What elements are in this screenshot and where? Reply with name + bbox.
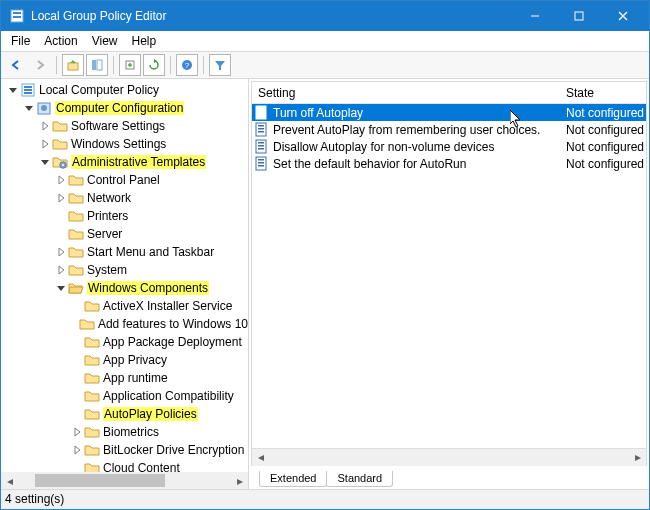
tree-item-label: Printers bbox=[87, 207, 128, 225]
title-bar[interactable]: Local Group Policy Editor bbox=[1, 1, 649, 31]
help-button[interactable]: ? bbox=[176, 54, 198, 76]
scroll-left-icon[interactable]: ◂ bbox=[252, 449, 269, 466]
menu-action[interactable]: Action bbox=[38, 33, 83, 49]
menu-view[interactable]: View bbox=[86, 33, 124, 49]
toolbar-separator bbox=[170, 56, 171, 74]
collapse-icon[interactable] bbox=[23, 102, 35, 114]
back-button[interactable] bbox=[5, 54, 27, 76]
folder-icon bbox=[68, 280, 84, 296]
tabs-row: Extended Standard bbox=[251, 465, 647, 487]
tree-item-label: AutoPlay Policies bbox=[103, 405, 198, 423]
svg-rect-8 bbox=[92, 60, 96, 70]
setting-name: Disallow Autoplay for non-volume devices bbox=[273, 140, 566, 154]
menu-help[interactable]: Help bbox=[126, 33, 163, 49]
column-state[interactable]: State bbox=[566, 86, 646, 100]
svg-rect-31 bbox=[258, 145, 264, 147]
tree-software-settings[interactable]: Software Settings bbox=[3, 117, 248, 135]
expand-icon[interactable] bbox=[55, 246, 67, 258]
tree-item-label: BitLocker Drive Encryption bbox=[103, 441, 244, 459]
up-button[interactable] bbox=[62, 54, 84, 76]
tree-administrative-templates[interactable]: Administrative Templates bbox=[3, 153, 248, 171]
setting-row[interactable]: Prevent AutoPlay from remembering user c… bbox=[252, 121, 646, 138]
expand-icon[interactable] bbox=[39, 120, 51, 132]
tree-item[interactable]: AutoPlay Policies bbox=[3, 405, 248, 423]
status-bar: 4 setting(s) bbox=[1, 489, 649, 509]
tab-standard[interactable]: Standard bbox=[326, 471, 393, 487]
expand-icon[interactable] bbox=[71, 426, 83, 438]
toolbar: ? bbox=[1, 51, 649, 79]
scroll-right-icon[interactable]: ▸ bbox=[231, 472, 248, 489]
svg-rect-24 bbox=[258, 114, 264, 116]
setting-row[interactable]: Set the default behavior for AutoRunNot … bbox=[252, 155, 646, 172]
collapse-icon[interactable] bbox=[39, 156, 51, 168]
minimize-button[interactable] bbox=[513, 1, 557, 31]
tree-item[interactable]: Server bbox=[3, 225, 248, 243]
tree-item[interactable]: ActiveX Installer Service bbox=[3, 297, 248, 315]
tab-extended[interactable]: Extended bbox=[259, 471, 327, 487]
collapse-icon[interactable] bbox=[55, 282, 67, 294]
expand-icon[interactable] bbox=[71, 444, 83, 456]
svg-rect-27 bbox=[258, 128, 264, 130]
svg-point-18 bbox=[41, 105, 47, 111]
tree-windows-settings[interactable]: Windows Settings bbox=[3, 135, 248, 153]
tree-root[interactable]: Local Computer Policy bbox=[3, 81, 248, 99]
tree-computer-configuration[interactable]: Computer Configuration bbox=[3, 99, 248, 117]
folder-icon bbox=[84, 352, 100, 368]
close-button[interactable] bbox=[601, 1, 645, 31]
svg-rect-30 bbox=[258, 142, 264, 144]
svg-rect-35 bbox=[258, 162, 264, 164]
tree-item-label: Server bbox=[87, 225, 122, 243]
tree-item[interactable]: Add features to Windows 10 bbox=[3, 315, 248, 333]
folder-icon bbox=[68, 226, 84, 242]
toolbar-separator bbox=[56, 56, 57, 74]
svg-rect-9 bbox=[97, 60, 102, 70]
tree-item[interactable]: Start Menu and Taskbar bbox=[3, 243, 248, 261]
show-hide-tree-button[interactable] bbox=[86, 54, 108, 76]
tree-horizontal-scrollbar[interactable]: ◂ ▸ bbox=[1, 472, 248, 489]
expand-icon[interactable] bbox=[55, 174, 67, 186]
tree-item[interactable]: Control Panel bbox=[3, 171, 248, 189]
folder-icon bbox=[68, 244, 84, 260]
scroll-right-icon[interactable]: ▸ bbox=[629, 449, 646, 466]
tree-item[interactable]: Printers bbox=[3, 207, 248, 225]
toolbar-separator bbox=[203, 56, 204, 74]
setting-state: Not configured bbox=[566, 157, 646, 171]
column-setting[interactable]: Setting bbox=[252, 86, 566, 100]
tree-item[interactable]: App Privacy bbox=[3, 351, 248, 369]
expand-icon[interactable] bbox=[55, 192, 67, 204]
collapse-icon[interactable] bbox=[7, 84, 19, 96]
scroll-left-icon[interactable]: ◂ bbox=[1, 472, 18, 489]
tree-item-label: App runtime bbox=[103, 369, 168, 387]
expand-icon[interactable] bbox=[55, 264, 67, 276]
forward-button[interactable] bbox=[29, 54, 51, 76]
menu-file[interactable]: File bbox=[5, 33, 36, 49]
refresh-button[interactable] bbox=[143, 54, 165, 76]
folder-icon bbox=[68, 262, 84, 278]
filter-button[interactable] bbox=[209, 54, 231, 76]
tree-item[interactable]: Network bbox=[3, 189, 248, 207]
list-horizontal-scrollbar[interactable]: ◂ ▸ bbox=[252, 448, 646, 465]
setting-name: Turn off Autoplay bbox=[273, 106, 566, 120]
maximize-button[interactable] bbox=[557, 1, 601, 31]
tree-item[interactable]: App runtime bbox=[3, 369, 248, 387]
tree-item[interactable]: App Package Deployment bbox=[3, 333, 248, 351]
tree-item[interactable]: System bbox=[3, 261, 248, 279]
expand-icon[interactable] bbox=[39, 138, 51, 150]
export-button[interactable] bbox=[119, 54, 141, 76]
toolbar-separator bbox=[113, 56, 114, 74]
tree-item[interactable]: Biometrics bbox=[3, 423, 248, 441]
tree-item-label: ActiveX Installer Service bbox=[103, 297, 232, 315]
tree-item-label: Local Computer Policy bbox=[39, 81, 159, 99]
settings-pane: Setting State Turn off AutoplayNot confi… bbox=[249, 79, 649, 489]
tree-item-label: App Package Deployment bbox=[103, 333, 242, 351]
tree-item[interactable]: BitLocker Drive Encryption bbox=[3, 441, 248, 459]
tree-item[interactable]: Application Compatibility bbox=[3, 387, 248, 405]
folder-icon bbox=[36, 100, 52, 116]
tree-pane[interactable]: Local Computer PolicyComputer Configurat… bbox=[1, 79, 249, 489]
settings-list[interactable]: Setting State Turn off AutoplayNot confi… bbox=[251, 81, 647, 466]
setting-row[interactable]: Disallow Autoplay for non-volume devices… bbox=[252, 138, 646, 155]
setting-row[interactable]: Turn off AutoplayNot configured bbox=[252, 104, 646, 121]
list-header[interactable]: Setting State bbox=[252, 82, 646, 104]
tree-windows-components[interactable]: Windows Components bbox=[3, 279, 248, 297]
svg-text:?: ? bbox=[185, 61, 190, 70]
